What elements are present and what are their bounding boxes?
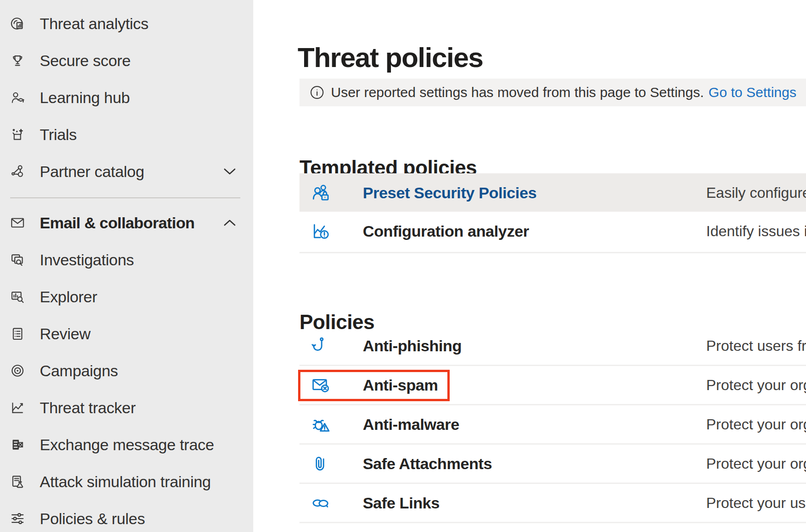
sidebar-item-campaigns[interactable]: Campaigns bbox=[0, 352, 253, 389]
threat-analytics-icon bbox=[10, 16, 25, 31]
chevron-down-icon[interactable] bbox=[223, 167, 237, 176]
sidebar-item-label: Secure score bbox=[40, 52, 131, 70]
sidebar-item-attack-simulation-training[interactable]: Attack simulation training bbox=[0, 463, 253, 500]
sidebar-item-threat-analytics[interactable]: Threat analytics bbox=[0, 5, 253, 42]
row-description: Identify issues in you bbox=[706, 222, 806, 239]
anti-phishing-icon bbox=[311, 336, 331, 356]
row-label[interactable]: Preset Security Policies bbox=[363, 183, 537, 202]
sidebar-item-email-collaboration[interactable]: Email & collaboration bbox=[0, 204, 253, 241]
info-icon bbox=[310, 86, 324, 99]
sidebar-item-label: Trials bbox=[40, 126, 77, 144]
exchange-message-trace-icon bbox=[10, 437, 25, 453]
anti-malware-icon bbox=[311, 414, 331, 434]
sidebar-divider bbox=[10, 197, 240, 198]
preset-security-policies-icon bbox=[311, 183, 331, 203]
email-collaboration-icon bbox=[10, 215, 25, 231]
row-description: Easily configure prot bbox=[706, 184, 806, 201]
sidebar-item-label: Exchange message trace bbox=[40, 436, 214, 454]
row-label[interactable]: Anti-phishing bbox=[363, 337, 462, 355]
sidebar-item-label: Learning hub bbox=[40, 89, 130, 107]
row-label[interactable]: Anti-malware bbox=[363, 416, 459, 434]
row-preset-security-policies[interactable]: Preset Security Policies Easily configur… bbox=[299, 173, 806, 212]
page-title: Threat policies bbox=[298, 42, 483, 74]
sidebar-item-secure-score[interactable]: Secure score bbox=[0, 42, 253, 79]
safe-links-icon bbox=[311, 493, 331, 513]
sidebar-item-review[interactable]: Review bbox=[0, 315, 253, 352]
secure-score-icon bbox=[10, 53, 25, 68]
sidebar-item-label: Attack simulation training bbox=[40, 473, 211, 491]
configuration-analyzer-icon bbox=[311, 221, 331, 241]
sidebar-item-label: Partner catalog bbox=[40, 163, 144, 181]
row-anti-spam[interactable]: Anti-spam Protect your organiz bbox=[299, 366, 806, 405]
sidebar-item-exchange-message-trace[interactable]: Exchange message trace bbox=[0, 426, 253, 463]
row-label[interactable]: Anti-spam bbox=[363, 376, 438, 394]
sidebar-item-label: Review bbox=[40, 325, 91, 343]
table-separator bbox=[299, 252, 806, 253]
row-label[interactable]: Safe Links bbox=[363, 494, 440, 512]
sidebar-item-partner-catalog[interactable]: Partner catalog bbox=[0, 153, 253, 190]
row-label[interactable]: Configuration analyzer bbox=[363, 222, 529, 240]
row-configuration-analyzer[interactable]: Configuration analyzer Identify issues i… bbox=[299, 212, 806, 250]
policies-rules-icon bbox=[10, 511, 25, 526]
row-description: Protect your users fr bbox=[706, 495, 806, 512]
sidebar-item-label: Email & collaboration bbox=[40, 214, 195, 232]
row-description: Protect your organiz bbox=[706, 377, 806, 394]
banner-message: User reported settings has moved from th… bbox=[331, 85, 704, 100]
investigations-icon bbox=[10, 252, 25, 268]
sidebar-item-label: Threat analytics bbox=[40, 15, 148, 33]
review-icon bbox=[10, 326, 25, 342]
sidebar-item-label: Investigations bbox=[40, 251, 134, 269]
row-description: Protect your organiz bbox=[706, 416, 806, 433]
info-banner: User reported settings has moved from th… bbox=[299, 79, 806, 106]
partner-catalog-icon bbox=[10, 164, 25, 179]
learning-hub-icon bbox=[10, 90, 25, 105]
sidebar-item-learning-hub[interactable]: Learning hub bbox=[0, 79, 253, 116]
sidebar-item-label: Policies & rules bbox=[40, 510, 145, 528]
row-description: Protect your organiz bbox=[706, 455, 806, 472]
attack-simulation-training-icon bbox=[10, 474, 25, 489]
row-label[interactable]: Safe Attachments bbox=[363, 455, 492, 473]
go-to-settings-link[interactable]: Go to Settings bbox=[708, 85, 796, 100]
policies-table: Anti-phishing Protect users from p Anti-… bbox=[299, 327, 806, 523]
sidebar-item-label: Threat tracker bbox=[40, 399, 135, 417]
sidebar-item-label: Explorer bbox=[40, 288, 97, 306]
sidebar-item-trials[interactable]: Trials bbox=[0, 116, 253, 153]
anti-spam-icon bbox=[311, 375, 331, 395]
row-safe-attachments[interactable]: Safe Attachments Protect your organiz bbox=[299, 445, 806, 484]
row-anti-malware[interactable]: Anti-malware Protect your organiz bbox=[299, 405, 806, 445]
sidebar-item-label: Campaigns bbox=[40, 362, 118, 380]
explorer-icon bbox=[10, 289, 25, 305]
sidebar-item-threat-tracker[interactable]: Threat tracker bbox=[0, 389, 253, 426]
row-description: Protect users from p bbox=[706, 337, 806, 355]
row-anti-phishing[interactable]: Anti-phishing Protect users from p bbox=[299, 327, 806, 366]
templated-policies-table: Preset Security Policies Easily configur… bbox=[299, 173, 806, 253]
sidebar-item-explorer[interactable]: Explorer bbox=[0, 278, 253, 315]
chevron-up-icon[interactable] bbox=[223, 218, 237, 227]
row-safe-links[interactable]: Safe Links Protect your users fr bbox=[299, 484, 806, 523]
campaigns-icon bbox=[10, 363, 25, 379]
trials-icon bbox=[10, 127, 25, 142]
left-navigation: Threat analytics Secure score Learning h… bbox=[0, 0, 253, 532]
safe-attachments-icon bbox=[311, 453, 331, 474]
sidebar-item-policies-rules[interactable]: Policies & rules bbox=[0, 500, 253, 532]
sidebar-item-investigations[interactable]: Investigations bbox=[0, 241, 253, 278]
main-content: Threat policies User reported settings h… bbox=[253, 0, 806, 532]
threat-tracker-icon bbox=[10, 400, 25, 416]
